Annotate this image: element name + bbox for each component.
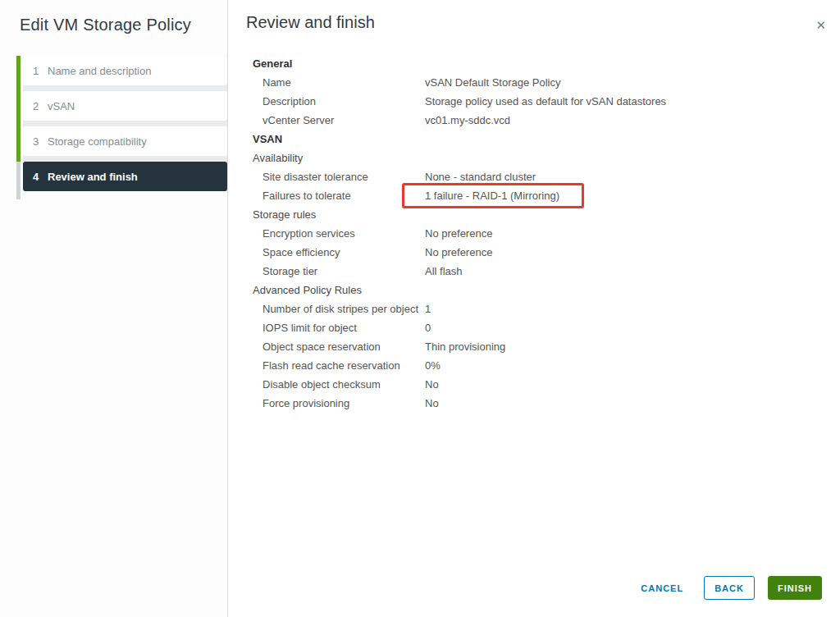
row-value: Thin provisioning bbox=[425, 337, 505, 356]
row-value: 1 failure - RAID-1 (Mirroring) bbox=[425, 186, 559, 205]
step-number: 2 bbox=[33, 100, 43, 112]
value-text: No bbox=[425, 378, 439, 391]
row-label: Site disaster tolerance bbox=[253, 167, 425, 186]
row-label: Flash read cache reservation bbox=[253, 356, 425, 375]
summary-row: Encryption servicesNo preference bbox=[253, 224, 794, 243]
row-label: Object space reservation bbox=[253, 337, 425, 356]
wizard-step-list: 1Name and description2vSAN3Storage compa… bbox=[23, 56, 227, 191]
value-text: Thin provisioning bbox=[425, 340, 505, 353]
policy-summary-list: GeneralNamevSAN Default Storage PolicyDe… bbox=[253, 54, 794, 413]
row-value: vSAN Default Storage Policy bbox=[425, 73, 560, 92]
page-title: Review and finish bbox=[246, 13, 375, 32]
row-label: Space efficiency bbox=[253, 243, 425, 262]
summary-row: Space efficiencyNo preference bbox=[253, 243, 794, 262]
value-text: 0% bbox=[425, 359, 441, 372]
row-label: Failures to tolerate bbox=[253, 186, 425, 205]
row-value: No preference bbox=[425, 243, 492, 262]
row-value: 1 bbox=[425, 299, 431, 318]
row-value: Storage policy used as default for vSAN … bbox=[425, 92, 666, 111]
section-header: Advanced Policy Rules bbox=[253, 281, 794, 299]
wizard-steps: 1Name and description2vSAN3Storage compa… bbox=[0, 56, 227, 191]
step-number: 1 bbox=[33, 65, 43, 77]
step-label: Name and description bbox=[48, 65, 151, 77]
footer-actions: CANCEL BACK FINISH bbox=[639, 576, 822, 600]
step-number: 4 bbox=[33, 171, 43, 183]
edit-vm-storage-policy-dialog: Edit VM Storage Policy 1Name and descrip… bbox=[0, 0, 840, 617]
value-text: All flash bbox=[425, 265, 463, 277]
row-value: 0 bbox=[425, 318, 431, 337]
review-and-finish-panel: Review and finish ✕ GeneralNamevSAN Defa… bbox=[228, 0, 840, 617]
row-label: Encryption services bbox=[253, 224, 425, 243]
summary-row: Flash read cache reservation0% bbox=[253, 356, 794, 375]
sidebar-step-review-and-finish[interactable]: 4Review and finish bbox=[23, 162, 227, 191]
row-value: No preference bbox=[425, 224, 492, 243]
sidebar-step-storage-compatibility[interactable]: 3Storage compatibility bbox=[23, 126, 227, 156]
value-text: No preference bbox=[425, 227, 492, 240]
summary-row: IOPS limit for object0 bbox=[253, 318, 794, 337]
value-text: 0 bbox=[425, 322, 431, 334]
row-label: vCenter Server bbox=[253, 111, 425, 130]
sidebar-step-vsan[interactable]: 2vSAN bbox=[23, 91, 227, 121]
wizard-step-sidebar: Edit VM Storage Policy 1Name and descrip… bbox=[0, 0, 228, 617]
value-text: 1 bbox=[425, 303, 431, 315]
value-text: vc01.my-sddc.vcd bbox=[425, 114, 510, 126]
section-header: Availability bbox=[253, 149, 794, 167]
row-label: Disable object checksum bbox=[253, 375, 425, 394]
dialog-title: Edit VM Storage Policy bbox=[0, 0, 227, 34]
summary-row: Storage tierAll flash bbox=[253, 262, 794, 281]
summary-row: DescriptionStorage policy used as defaul… bbox=[253, 92, 794, 111]
summary-row: Failures to tolerate1 failure - RAID-1 (… bbox=[253, 186, 794, 205]
summary-row: Number of disk stripes per object1 bbox=[253, 299, 794, 318]
row-value: vc01.my-sddc.vcd bbox=[425, 111, 510, 130]
progress-bar-current-segment bbox=[16, 162, 21, 199]
row-label: Force provisioning bbox=[253, 394, 425, 413]
row-label: Description bbox=[253, 92, 425, 111]
step-number: 3 bbox=[33, 135, 43, 148]
cancel-button[interactable]: CANCEL bbox=[639, 583, 685, 593]
close-icon[interactable]: ✕ bbox=[814, 17, 828, 33]
back-button[interactable]: BACK bbox=[704, 576, 755, 600]
row-value: No bbox=[425, 375, 439, 394]
sidebar-step-name-and-description[interactable]: 1Name and description bbox=[23, 56, 227, 85]
value-text: No preference bbox=[425, 246, 492, 258]
summary-row: vCenter Servervc01.my-sddc.vcd bbox=[253, 111, 794, 130]
row-value: No bbox=[425, 394, 439, 413]
row-label: IOPS limit for object bbox=[253, 318, 425, 337]
section-header: Storage rules bbox=[253, 205, 794, 224]
row-label: Storage tier bbox=[253, 262, 425, 281]
section-header: VSAN bbox=[253, 130, 794, 149]
row-label: Name bbox=[253, 73, 425, 92]
section-header: General bbox=[253, 54, 794, 73]
value-text: vSAN Default Storage Policy bbox=[425, 76, 560, 89]
row-value: 0% bbox=[425, 356, 441, 375]
row-value: All flash bbox=[425, 262, 463, 281]
value-text: Storage policy used as default for vSAN … bbox=[425, 95, 666, 107]
summary-row: Site disaster toleranceNone - standard c… bbox=[253, 167, 794, 186]
finish-button[interactable]: FINISH bbox=[768, 576, 822, 600]
summary-row: NamevSAN Default Storage Policy bbox=[253, 73, 794, 92]
step-label: Review and finish bbox=[48, 171, 138, 183]
progress-bar-completed-segment bbox=[16, 56, 21, 162]
row-label: Number of disk stripes per object bbox=[253, 299, 425, 318]
step-label: Storage compatibility bbox=[48, 135, 147, 148]
value-text: None - standard cluster bbox=[425, 171, 536, 183]
row-value: None - standard cluster bbox=[425, 167, 536, 186]
summary-row: Object space reservationThin provisionin… bbox=[253, 337, 794, 356]
summary-row: Disable object checksumNo bbox=[253, 375, 794, 394]
summary-row: Force provisioningNo bbox=[253, 394, 794, 413]
step-label: vSAN bbox=[48, 100, 75, 112]
value-text: No bbox=[425, 397, 439, 409]
highlighted-value: 1 failure - RAID-1 (Mirroring) bbox=[425, 186, 559, 205]
